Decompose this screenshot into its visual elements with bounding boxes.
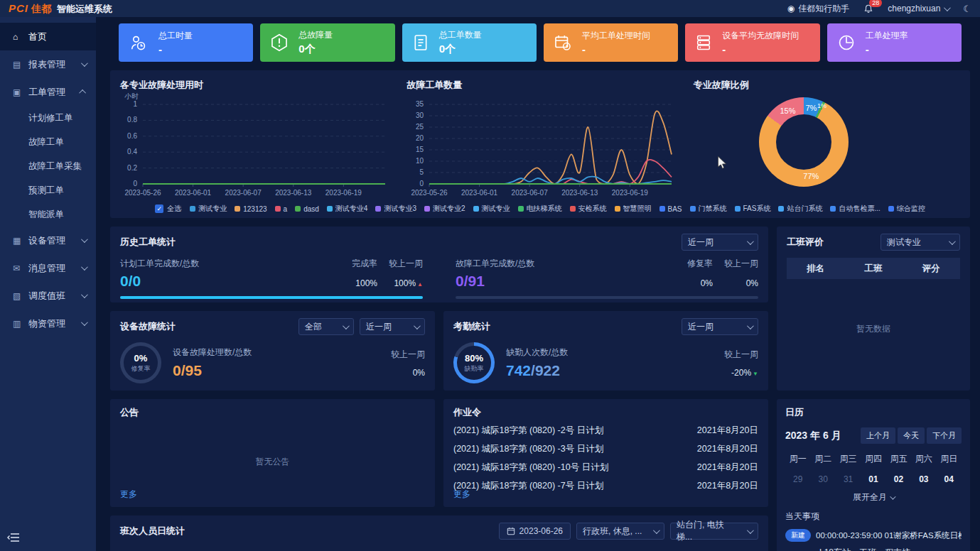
stat-cards-row: 总工时量- 总故障量0个 总工单数量0个 平均工单处理时间- 设备平均无故障时间…	[119, 23, 962, 62]
legend-swatch	[570, 206, 576, 212]
app-root: PCI 佳都 智能运维系统 ◉ 佳都知行助手 28 chengzhixuan ☾…	[0, 0, 980, 551]
assistant-button[interactable]: ◉ 佳都知行助手	[787, 3, 849, 15]
device-range-select[interactable]: 近一周	[360, 318, 425, 335]
workorder-row[interactable]: (2021) 城际18字第 (0820) -2号 日计划2021年8月20日	[453, 421, 758, 440]
sidebar-item-home[interactable]: ⌂ 首页	[0, 23, 96, 50]
legend-swatch	[424, 206, 430, 212]
stat-card-label: 总故障量	[298, 29, 333, 41]
stat-card-total-hours: 总工时量-	[119, 23, 253, 62]
stat-card-label: 平均工单处理时间	[582, 30, 650, 42]
chevron-down-icon	[949, 238, 956, 245]
sidebar-item-devices[interactable]: ▦ 设备管理	[0, 227, 96, 254]
device-fault-value: 0/95	[173, 362, 252, 379]
sidebar-item-workorders[interactable]: ▣ 工单管理	[0, 78, 96, 106]
sidebar-item-fault-workorder[interactable]: 故障工单	[0, 130, 96, 154]
sidebar-item-scheduling[interactable]: ▧ 调度值班	[0, 282, 96, 310]
sidebar-item-smart-dispatch[interactable]: 智能派单	[0, 202, 96, 227]
theme-toggle[interactable]: ☾	[963, 4, 971, 14]
legend-item[interactable]: 综合监控	[888, 204, 925, 214]
legend-item[interactable]: 站台门系统	[778, 204, 822, 214]
notice-more-link[interactable]: 更多	[120, 489, 137, 501]
calendar-day[interactable]: 29	[785, 474, 810, 484]
legend-item[interactable]: 测试专业	[473, 204, 510, 214]
assistant-label: 佳都知行助手	[798, 3, 849, 15]
legend-item[interactable]: 测试专业4	[327, 204, 368, 214]
workorder-row[interactable]: (2021) 城际18字第 (0820) -3号 日计划2021年8月20日	[453, 440, 758, 458]
absence-rate-ring: 80% 缺勤率	[453, 342, 495, 383]
legend-item[interactable]: 自动售检票...	[830, 204, 880, 214]
chevron-down-icon	[414, 322, 421, 329]
stat-card-label: 总工时量	[158, 30, 193, 42]
legend-item[interactable]: BAS	[659, 205, 682, 213]
workorder-count-icon	[412, 33, 429, 52]
legend-item[interactable]: 门禁系统	[690, 204, 727, 214]
fault-workorder-value: 0/91	[456, 273, 667, 290]
absence-value: 742/922	[506, 362, 568, 379]
svg-text:2023-06-19: 2023-06-19	[612, 189, 649, 197]
svg-text:2023-05-26: 2023-05-26	[411, 189, 448, 197]
calendar-day[interactable]: 04	[937, 474, 962, 484]
legend-item[interactable]: a	[275, 205, 288, 213]
sidebar-item-fault-collection[interactable]: 故障工单采集	[0, 154, 96, 178]
calendar-day[interactable]: 01	[861, 474, 885, 484]
panel-title: 考勤统计	[453, 320, 676, 333]
legend-item[interactable]: 测试专业2	[424, 204, 465, 214]
device-filter-select[interactable]: 全部	[298, 318, 354, 335]
expand-month-link[interactable]: 展开全月	[785, 491, 962, 503]
sidebar-item-planned-workorder[interactable]: 计划修工单	[0, 106, 96, 130]
notifications-button[interactable]: 28	[863, 4, 873, 14]
workorder-row[interactable]: (2021) 城际18字第 (0820) -7号 日计划2021年8月20日	[453, 476, 758, 495]
sidebar-item-messages[interactable]: ✉ 消息管理	[0, 254, 96, 282]
legend-item[interactable]: dasd	[295, 205, 319, 213]
svg-text:2023-05-26: 2023-05-26	[124, 189, 161, 197]
sidebar-item-reports[interactable]: ▤ 报表管理	[0, 50, 96, 78]
calendar-day[interactable]: 30	[810, 474, 835, 484]
shift-type-select[interactable]: 行政班, 休息, ...	[576, 523, 664, 540]
svg-text:2023-06-13: 2023-06-13	[562, 189, 599, 197]
sidebar: ⌂ 首页 ▤ 报表管理 ▣ 工单管理 计划修工单 故障工单 故障工单采集 预测工…	[0, 17, 96, 551]
user-menu[interactable]: chengzhixuan	[888, 4, 949, 13]
sidebar-item-materials[interactable]: ▥ 物资管理	[0, 310, 96, 337]
chevron-down-icon	[890, 493, 895, 499]
workorder-row[interactable]: (2021) 城际18字第 (0820) -10号 日计划2021年8月20日	[453, 458, 758, 476]
legend-item[interactable]: 测试专业	[190, 204, 227, 214]
team-major-select[interactable]: 测试专业	[881, 234, 960, 251]
history-range-select[interactable]: 近一周	[682, 234, 758, 251]
donut-label: 77%	[803, 172, 819, 180]
chevron-down-icon	[747, 238, 754, 245]
collapse-sidebar-button[interactable]	[7, 533, 20, 545]
attendance-range-select[interactable]: 近一周	[682, 318, 758, 335]
workorders-more-link[interactable]: 更多	[453, 489, 470, 501]
message-icon: ✉	[13, 263, 28, 273]
calendar-day[interactable]: 02	[886, 474, 911, 484]
legend-item[interactable]: 智慧照明	[615, 204, 652, 214]
prev-month-button[interactable]: 上个月	[861, 427, 895, 444]
calendar-month-label: 2023 年 6 月	[785, 430, 858, 442]
calendar-event[interactable]: 新建 00:00:00-23:59:00 01谢家桥FAS系统日检	[785, 529, 962, 542]
next-month-button[interactable]: 下个月	[927, 427, 962, 444]
planned-workorder-metric: 计划工单完成数/总数 完成率 较上一周 0/0 100% 100%▲	[120, 258, 423, 299]
calendar-day[interactable]: 31	[836, 474, 861, 484]
charts-panel: 各专业故障处理用时 00.20.40.60.81小时2023-05-262023…	[110, 70, 970, 218]
collapse-sidebar-icon	[7, 533, 20, 542]
planned-workorder-value: 0/0	[120, 273, 332, 290]
shift-date-picker[interactable]: 2023-06-26	[499, 523, 571, 540]
legend-swatch	[888, 206, 894, 212]
legend-item[interactable]: 安检系统	[570, 204, 607, 214]
weekday-label: 周二	[810, 453, 835, 465]
today-button[interactable]: 今天	[898, 427, 925, 444]
legend-item[interactable]: 123123	[235, 205, 266, 213]
legend-swatch	[830, 206, 836, 212]
calendar-day[interactable]: 03	[911, 474, 936, 484]
legend-item[interactable]: FAS系统	[735, 204, 771, 214]
legend-item[interactable]: 电扶梯系统	[518, 204, 562, 214]
shift-system-select[interactable]: 站台门, 电扶梯...	[670, 523, 758, 540]
legend-item[interactable]: 测试专业3	[375, 204, 416, 214]
worker-time-icon	[129, 33, 149, 52]
event-status-badge: 新建	[785, 529, 811, 542]
select-all-checkbox[interactable]: ✓ 全选	[155, 204, 181, 214]
sidebar-item-predict-workorder[interactable]: 预测工单	[0, 178, 96, 202]
panel-title: 班次人员日统计	[120, 525, 499, 538]
fault-progress-bar	[456, 296, 758, 299]
notice-empty-text: 暂无公告	[110, 456, 435, 468]
